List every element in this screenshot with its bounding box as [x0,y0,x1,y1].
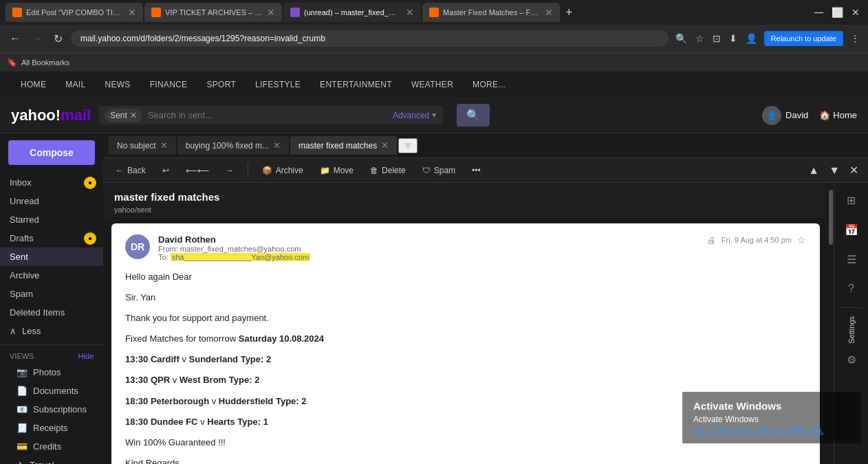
tab-3[interactable]: (unread) – master_fixed_mat... ✕ [283,3,421,22]
email-tab-1[interactable]: buying 100% fixed m... ✕ [177,136,289,155]
sidebar-item-documents[interactable]: 📄 Documents [0,382,103,400]
menu-button[interactable]: ⋮ [849,32,861,45]
archive-button[interactable]: 📦 Archive [257,163,309,178]
prev-email-button[interactable]: ↩ [157,163,175,178]
tab-1[interactable]: Edit Post "VIP COMBO TICKET" ✕ [6,3,143,22]
maximize-button[interactable]: ⬜ [829,5,846,19]
more-button[interactable]: ••• [466,163,486,178]
move-label: Move [334,166,354,175]
user-account-button[interactable]: 👤 David [762,106,808,125]
topnav-finance[interactable]: FINANCE [140,71,197,98]
sidebar-item-credits[interactable]: 💳 Credits [0,437,103,456]
topnav-lifestyle[interactable]: LIFESTYLE [246,71,310,98]
home-button[interactable]: 🏠 Home [819,110,857,120]
tab-close-1[interactable]: ✕ [128,7,136,18]
reply-all-button[interactable]: ⟵⟵ [180,163,215,178]
greeting2-line: Sir. Yan [125,290,806,305]
back-nav-button[interactable]: ← [7,31,23,46]
relaunch-button[interactable]: Relaunch to update [764,31,843,46]
email-tab-close-1[interactable]: ✕ [273,140,281,151]
back-button[interactable]: ← Back [110,163,151,178]
user-name: David [785,110,808,120]
forward-nav-button[interactable]: → [29,31,45,46]
email-tab-more-button[interactable]: ▼ [398,138,417,153]
activate-link[interactable]: Go to Settings to activate Windows. [693,426,850,435]
tab-close-3[interactable]: ✕ [406,7,414,18]
inbox-label: Inbox [10,177,32,188]
sidebar-item-subscriptions[interactable]: 📧 Subscriptions [0,400,103,419]
topnav-more[interactable]: MORE... [463,71,515,98]
sidebar-item-photos[interactable]: 📷 Photos [0,363,103,382]
topnav-home[interactable]: HOME [11,71,56,98]
download-button[interactable]: ⬇ [728,32,739,45]
advanced-search-button[interactable]: Advanced [393,111,429,120]
new-tab-button[interactable]: + [561,5,577,20]
topnav-entertainment[interactable]: ENTERTAINMENT [310,71,402,98]
window-close-button[interactable]: ✕ [849,5,862,19]
drafts-badge: ● [84,232,96,245]
star-button[interactable]: ☆ [797,234,806,245]
photos-label: Photos [33,367,61,377]
help-button[interactable]: ? [844,278,858,299]
email-tab-0[interactable]: No subject ✕ [109,136,176,155]
thread-title: master fixed matches [114,191,817,203]
sidebar-item-less[interactable]: ∧ Less [0,322,103,340]
bookmark-button[interactable]: ☆ [694,32,706,45]
topnav-weather[interactable]: WEATHER [402,71,463,98]
reload-button[interactable]: ↻ [51,31,65,47]
yahoo-header: yahoo!mail Sent ✕ Advanced ▼ 🔍 👤 David 🏠… [0,98,868,133]
sidebar-item-deleted[interactable]: Deleted Items [0,303,103,322]
sidebar-item-drafts[interactable]: Drafts ● [0,229,103,247]
topnav-sport[interactable]: SPORT [197,71,246,98]
search-tag-close[interactable]: ✕ [130,111,137,120]
search-button[interactable]: 🔍 [457,104,490,126]
tab-title-3: (unread) – master_fixed_mat... [304,8,402,16]
to-redacted: sha________________Yan@yahoo.com [171,253,310,261]
topnav-news[interactable]: NEWS [95,71,140,98]
scroll-thumb[interactable] [829,190,833,245]
sidebar-item-sent[interactable]: Sent [0,247,103,266]
search-browser-button[interactable]: 🔍 [674,32,688,45]
travel-label: Travel [30,460,54,464]
regards-line: Kind Regards, [125,456,806,464]
email-tab-2[interactable]: master fixed matches ✕ [290,136,397,155]
search-input[interactable] [142,106,393,124]
forward-button[interactable]: → [220,163,239,178]
sidebar-item-receipts[interactable]: 🧾 Receipts [0,419,103,437]
scroll-down-button[interactable]: ▼ [826,163,843,178]
topnav-mail[interactable]: MAIL [56,71,95,98]
sidebar-item-travel[interactable]: ✈ Travel [0,456,103,464]
sidebar-item-inbox[interactable]: Inbox ● [0,173,103,192]
email-tab-close-2[interactable]: ✕ [381,140,389,151]
sender-from: From: master_fixed_matches@yahoo.com [158,245,699,253]
spam-button[interactable]: 🛡 Spam [417,163,461,178]
url-input[interactable] [71,30,669,47]
sidebar-item-archive[interactable]: Archive [0,266,103,285]
tab-close-2[interactable]: ✕ [267,7,275,18]
sidebar-item-spam[interactable]: Spam [0,285,103,303]
yahoo-logo: yahoo!mail [11,107,91,124]
profile-button[interactable]: 👤 [744,32,759,45]
tab-4[interactable]: Master Fixed Matches – Footba... ✕ [422,3,560,22]
archive-label: Archive [10,270,39,280]
grid-view-button[interactable]: ⊞ [843,190,860,211]
print-icon[interactable]: 🖨 [707,235,716,245]
email-tab-close-0[interactable]: ✕ [160,140,168,151]
scroll-up-button[interactable]: ▲ [805,163,822,178]
sidebar-item-unread[interactable]: Unread [0,192,103,210]
compose-button[interactable]: Compose [8,140,95,165]
minimize-button[interactable]: ─ [812,4,826,21]
tab-search-button[interactable]: ⊡ [711,32,722,45]
sidebar-item-starred[interactable]: Starred [0,210,103,229]
thread-header: master fixed matches yahoo/sent [103,183,828,218]
settings-gear-button[interactable]: ⚙ [843,349,860,371]
header-right: 👤 David 🏠 Home [762,106,857,125]
calendar-view-button[interactable]: 📅 [840,219,862,241]
hide-button[interactable]: Hide [78,352,94,360]
move-button[interactable]: 📁 Move [314,163,359,178]
list-view-button[interactable]: ☰ [843,249,860,270]
tab-2[interactable]: VIP TICKET ARCHIVES – Maste... ✕ [144,3,282,22]
close-email-button[interactable]: ✕ [847,162,861,178]
delete-button[interactable]: 🗑 Delete [365,163,411,178]
tab-close-4[interactable]: ✕ [545,7,553,18]
